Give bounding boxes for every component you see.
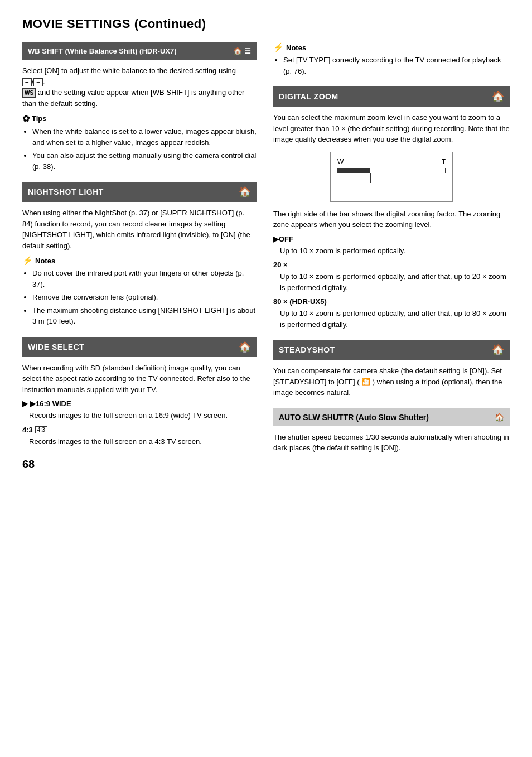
nightshot-section: NIGHTSHOT LIGHT 🏠 When using either the … bbox=[22, 182, 257, 327]
zoom-bar-track bbox=[337, 168, 446, 173]
wide-16-9-label: ▶16:9 WIDE bbox=[30, 399, 71, 408]
plus-button[interactable]: + bbox=[33, 78, 43, 86]
arrow-right-16-9: ▶ bbox=[22, 399, 28, 408]
zoom-off-body: Up to 10 × zoom is performed optically. bbox=[280, 245, 510, 257]
house-icon-auto-slw: 🏠 bbox=[495, 413, 504, 422]
nightshot-note-item: Remove the conversion lens (optional). bbox=[32, 292, 257, 303]
notes-icon-nightshot: ⚡ bbox=[22, 255, 33, 266]
wide-4-3-label: 4:3 bbox=[22, 426, 33, 434]
wide-select-body: When recording with SD (standard definit… bbox=[22, 363, 257, 396]
wb-shift-body1: Select [ON] to adjust the white balance … bbox=[22, 66, 236, 75]
ratio-badge: 4:3 bbox=[35, 426, 47, 433]
house-icon-nightshot: 🏠 bbox=[239, 186, 252, 198]
notes-icon-top: ⚡ bbox=[273, 42, 284, 52]
house-icon-wide: 🏠 bbox=[239, 341, 252, 353]
tips-list: When the white balance is set to a lower… bbox=[32, 126, 257, 172]
left-column: WB SHIFT (White Balance Shift) (HDR-UX7)… bbox=[22, 42, 257, 471]
zoom-20-title: 20 × bbox=[273, 261, 510, 269]
zoom-80-label: 80 × (HDR-UX5) bbox=[273, 297, 327, 306]
tripod-icon: 🎦 bbox=[361, 378, 370, 386]
wide-select-header: WIDE SELECT 🏠 bbox=[22, 337, 257, 357]
tips-label: ✿ Tips bbox=[22, 113, 257, 124]
nightshot-note-item: The maximum shooting distance using [NIG… bbox=[32, 305, 257, 327]
zoom-20-body: Up to 10 × zoom is performed optically, … bbox=[280, 271, 510, 293]
zoom-bar-filled bbox=[338, 168, 370, 173]
wide-4-3-title: 4:3 4:3 bbox=[22, 426, 257, 434]
zoom-w-label: W bbox=[337, 158, 344, 166]
zoom-20-label: 20 × bbox=[273, 261, 288, 269]
notes-top-label: ⚡ Notes bbox=[273, 42, 510, 52]
wide-16-9-title: ▶ ▶16:9 WIDE bbox=[22, 399, 257, 408]
nightshot-note-item: Do not cover the infrared port with your… bbox=[32, 268, 257, 290]
tip-item: You can also adjust the setting manually… bbox=[32, 150, 257, 172]
minus-button[interactable]: − bbox=[22, 78, 32, 86]
zoom-t-label: T bbox=[442, 158, 446, 166]
digital-zoom-title: DIGITAL ZOOM bbox=[279, 92, 338, 101]
digital-zoom-body: You can select the maximum zoom level in… bbox=[273, 112, 510, 145]
page-title: MOVIE SETTINGS (Continued) bbox=[22, 17, 510, 31]
notes-top-section: ⚡ Notes Set [TV TYPE] correctly accordin… bbox=[273, 42, 510, 76]
tips-text: Tips bbox=[32, 114, 47, 123]
zoom-off-title: ▶OFF bbox=[273, 235, 510, 243]
notes-top-list: Set [TV TYPE] correctly according to the… bbox=[283, 55, 510, 76]
right-column: ⚡ Notes Set [TV TYPE] correctly accordin… bbox=[273, 42, 510, 471]
digital-zoom-section: DIGITAL ZOOM 🏠 You can select the maximu… bbox=[273, 86, 510, 330]
notes-text-nightshot: Notes bbox=[35, 257, 55, 265]
tip-item: When the white balance is set to a lower… bbox=[32, 126, 257, 148]
nightshot-title: NIGHTSHOT LIGHT bbox=[28, 187, 104, 196]
wb-shift-icons: 🏠 ☰ bbox=[233, 47, 251, 55]
wb-shift-title: WB SHIFT (White Balance Shift) (HDR-UX7) bbox=[28, 47, 177, 55]
zoom-wt-labels: W T bbox=[337, 158, 446, 166]
house-icon-digital-zoom: 🏠 bbox=[492, 90, 505, 103]
nightshot-notes-list: Do not cover the infrared port with your… bbox=[32, 268, 257, 327]
steadyshot-header: STEADYSHOT 🏠 bbox=[273, 340, 510, 360]
house-icon: 🏠 bbox=[233, 47, 242, 55]
steadyshot-body: You can compensate for camera shake (the… bbox=[273, 365, 510, 398]
auto-slw-header: AUTO SLW SHUTTR (Auto Slow Shutter) 🏠 bbox=[273, 408, 510, 426]
ws-badge: WS bbox=[22, 88, 36, 98]
digital-zoom-header: DIGITAL ZOOM 🏠 bbox=[273, 86, 510, 107]
wb-shift-section: WB SHIFT (White Balance Shift) (HDR-UX7)… bbox=[22, 42, 257, 172]
notes-top-item: Set [TV TYPE] correctly according to the… bbox=[283, 55, 510, 76]
zoom-bar-row: W T bbox=[337, 158, 446, 173]
steadyshot-section: STEADYSHOT 🏠 You can compensate for came… bbox=[273, 340, 510, 398]
auto-slw-body: The shutter speed becomes 1/30 seconds a… bbox=[273, 432, 510, 454]
auto-slw-title: AUTO SLW SHUTTR (Auto Slow Shutter) bbox=[279, 413, 429, 422]
wide-16-9-body: Records images to the full screen on a 1… bbox=[29, 410, 257, 421]
nightshot-header: NIGHTSHOT LIGHT 🏠 bbox=[22, 182, 257, 202]
steadyshot-title: STEADYSHOT bbox=[279, 345, 335, 354]
page-number: 68 bbox=[22, 458, 257, 471]
zoom-diagram: W T bbox=[330, 152, 453, 202]
nightshot-notes-label: ⚡ Notes bbox=[22, 255, 257, 266]
nightshot-body: When using either the NightShot (p. 37) … bbox=[22, 208, 257, 251]
zoom-80-title: 80 × (HDR-UX5) bbox=[273, 297, 510, 306]
zoom-caption: The right side of the bar shows the digi… bbox=[273, 209, 510, 230]
wide-select-title: WIDE SELECT bbox=[28, 343, 84, 351]
zoom-off-label: ▶OFF bbox=[273, 235, 293, 243]
tips-icon: ✿ bbox=[22, 113, 30, 124]
zoom-indicator bbox=[370, 173, 371, 183]
zoom-80-body: Up to 10 × zoom is performed optically, … bbox=[280, 308, 510, 330]
wide-4-3-body: Records images to the full screen on a 4… bbox=[29, 436, 257, 447]
wb-shift-body2: and the setting value appear when [WB SH… bbox=[22, 88, 244, 108]
house-icon-steadyshot: 🏠 bbox=[492, 344, 505, 356]
notes-top-text: Notes bbox=[286, 44, 306, 52]
auto-slw-section: AUTO SLW SHUTTR (Auto Slow Shutter) 🏠 Th… bbox=[273, 408, 510, 454]
wb-shift-header: WB SHIFT (White Balance Shift) (HDR-UX7)… bbox=[22, 42, 257, 60]
wb-shift-body: Select [ON] to adjust the white balance … bbox=[22, 65, 257, 109]
menu-icon: ☰ bbox=[244, 47, 251, 55]
wide-select-section: WIDE SELECT 🏠 When recording with SD (st… bbox=[22, 337, 257, 447]
